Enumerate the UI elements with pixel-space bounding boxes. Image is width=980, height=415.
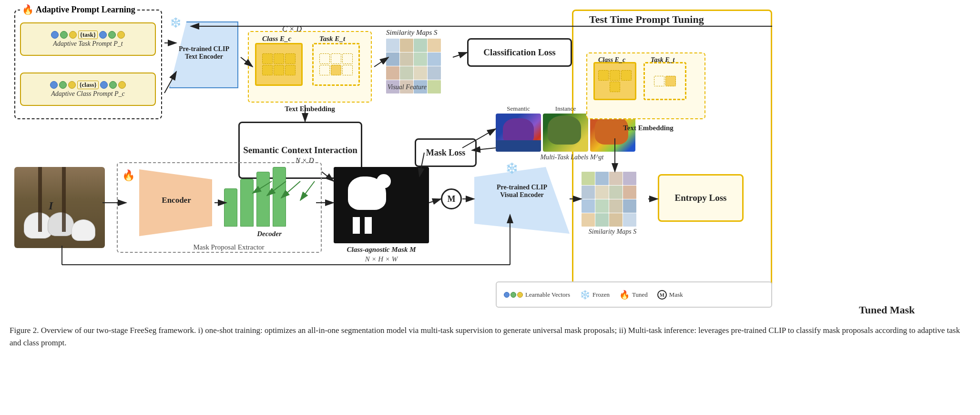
- apl-box: 🔥 Adaptive Prompt Learning {task} Adapti…: [14, 10, 162, 119]
- class-ec-block: [255, 43, 303, 86]
- sim-cell-11: [428, 66, 441, 80]
- svg-line-6: [453, 52, 467, 57]
- embed-cell-3: [285, 53, 296, 64]
- right-sim-maps: Similarity Maps S: [582, 172, 643, 236]
- dec-bar-1: [224, 188, 237, 227]
- cam-box: [334, 167, 429, 243]
- input-image-label: I: [49, 199, 53, 212]
- embed-cell-12: [342, 65, 353, 75]
- dec-bar-3: [256, 172, 270, 227]
- apl-title: 🔥 Adaptive Prompt Learning: [20, 4, 137, 15]
- entropy-loss-box: Entropy Loss: [658, 174, 744, 222]
- sim-cell-2: [414, 39, 427, 52]
- sheep-2: [48, 212, 74, 236]
- class-prompt-label: Adaptive Class Prompt P_c: [51, 90, 125, 98]
- legend-m-circle: M: [657, 290, 667, 300]
- mt-img-semantic: [496, 114, 541, 152]
- right-class-ec-label: Class E_c: [598, 56, 625, 64]
- embed-cell-6: [285, 65, 296, 75]
- mt-img-panoptic: [590, 114, 635, 152]
- decoder-area: Decoder: [224, 167, 315, 241]
- visual-feature-label: Visual Feature: [388, 83, 427, 91]
- class-prompt-row: {class} Adaptive Class Prompt P_c: [20, 73, 156, 106]
- decoder-label: Decoder: [224, 230, 315, 238]
- right-task-et-label: Task E_t: [651, 56, 674, 64]
- cam-sublabel: N × H × W: [334, 255, 429, 263]
- figure-caption: Figure 2. Overview of our two-stage Free…: [10, 324, 970, 349]
- legend-frozen-icon: ❄️: [580, 290, 590, 300]
- circle-blue-2: [99, 31, 107, 39]
- class-loss-label: Classification Loss: [483, 47, 556, 58]
- legend-fire-icon: 🔥: [619, 290, 630, 300]
- right-sim-cell-13: [595, 213, 609, 227]
- circle-blue-4: [100, 81, 108, 89]
- right-sim-cell-5: [595, 186, 609, 199]
- legend-learnable: Learnable Vectors: [504, 291, 570, 299]
- mt-semantic-col: Semantic: [496, 105, 541, 152]
- circle-yellow-4: [118, 81, 126, 89]
- right-sim-cell-10: [609, 199, 623, 213]
- sim-cell-8: [386, 66, 399, 80]
- cam-bg: [334, 167, 429, 243]
- sim-cell-0: [386, 39, 399, 52]
- right-class-ec-inner: [596, 70, 634, 92]
- right-sim-cell-7: [623, 186, 636, 199]
- right-sim-cell-2: [609, 172, 623, 185]
- dec-bar-2: [240, 179, 254, 227]
- right-sim-cell-11: [623, 199, 636, 213]
- cam-leg-1: [353, 217, 360, 234]
- right-sim-label: Similarity Maps S: [582, 228, 643, 236]
- input-image: [14, 167, 105, 248]
- sim-cell-6: [414, 52, 427, 66]
- post-2: [62, 167, 66, 232]
- circle-blue-3: [50, 81, 58, 89]
- embed-cell-4: [262, 65, 273, 75]
- embed-cell-10: [319, 65, 330, 75]
- mt-bottom-label: Multi-Task Labels M^gt: [496, 154, 648, 161]
- class-prompt-circles: {class}: [50, 81, 125, 89]
- right-sim-cell-0: [582, 172, 595, 185]
- cam-animal-head: [377, 174, 391, 188]
- sim-maps-title: Similarity Maps S: [386, 29, 448, 37]
- task-prompt-circles: {task}: [51, 31, 125, 39]
- legend-mask: M Mask: [657, 290, 683, 300]
- class-ec-inner: [260, 53, 298, 75]
- mt-instance-col: Instance: [543, 105, 588, 152]
- mpe-label: Mask Proposal Extractor: [143, 243, 315, 251]
- embed-cell-5: [274, 65, 284, 75]
- task-prompt-row: {task} Adaptive Task Prompt P_t: [20, 22, 156, 56]
- task-prompt-label: Adaptive Task Prompt P_t: [53, 40, 122, 48]
- svg-line-16: [429, 199, 441, 203]
- r-embed-cell-4: [610, 82, 620, 92]
- circle-green-3: [59, 81, 67, 89]
- task-et-inner: [317, 53, 355, 75]
- sim-cell-5: [400, 52, 413, 66]
- embed-cell-7: [319, 53, 330, 64]
- right-sim-cell-8: [582, 199, 595, 213]
- circle-yellow-1: [69, 31, 77, 39]
- right-sim-cell-15: [623, 213, 636, 227]
- circle-green-2: [108, 31, 116, 39]
- task-et-label: Task E_t: [319, 35, 345, 43]
- decoder-bars: [224, 167, 315, 229]
- entropy-loss-label: Entropy Loss: [675, 193, 727, 203]
- legend-area: Learnable Vectors ❄️ Frozen 🔥 Tuned M Ma…: [496, 281, 772, 308]
- embed-cell-2: [274, 53, 284, 64]
- main-container: Test Time Prompt Tuning 🔥 Adaptive Promp…: [0, 0, 980, 415]
- r-embed-cell-3: [621, 70, 632, 81]
- right-sim-cell-6: [609, 186, 623, 199]
- class-loss-box: Classification Loss: [467, 38, 572, 67]
- right-task-et-block: [643, 62, 686, 100]
- r-embed-cell-5: [654, 76, 664, 86]
- post-1: [38, 167, 42, 232]
- circle-green-4: [109, 81, 117, 89]
- clip-text-encoder-box: [169, 21, 238, 88]
- cam-label: Class-agnostic Mask M: [334, 246, 429, 254]
- frozen-icon-clip-text: ❄️: [170, 17, 182, 28]
- sim-cell-15: [428, 80, 441, 93]
- encoder-label: Encoder: [138, 196, 214, 205]
- mask-loss-box: Mask Loss: [415, 138, 477, 167]
- dec-bar-4: [273, 167, 286, 227]
- right-embed-label: Text Embedding: [596, 124, 701, 132]
- right-task-et-inner: [646, 76, 684, 86]
